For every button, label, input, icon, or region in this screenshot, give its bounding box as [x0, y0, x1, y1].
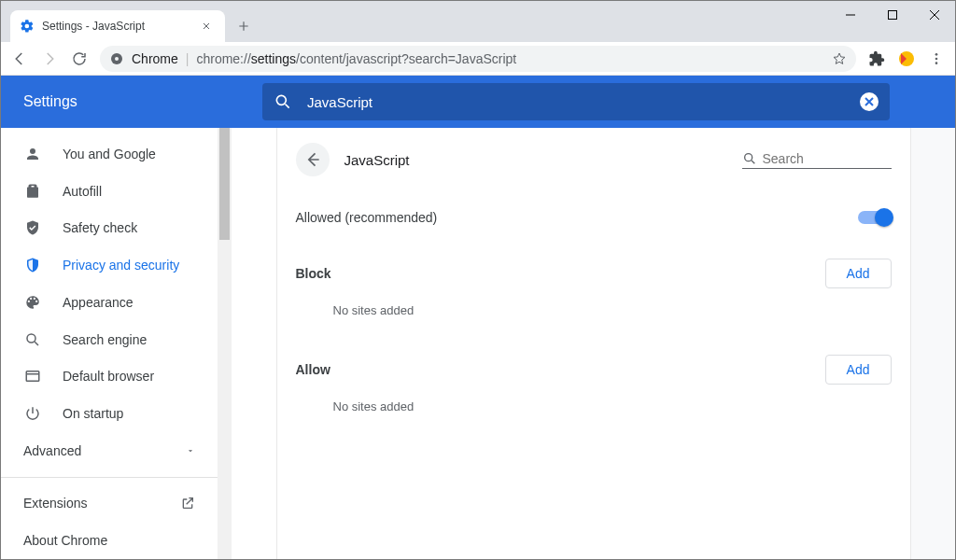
search-icon — [23, 331, 42, 348]
person-icon — [23, 146, 42, 162]
clear-search-icon[interactable] — [860, 92, 879, 111]
settings-gear-icon — [20, 19, 35, 34]
content-search-input[interactable] — [763, 151, 892, 166]
svg-point-2 — [115, 57, 119, 61]
settings-sidebar: You and Google Autofill Safety check Pri… — [1, 128, 218, 559]
sidebar-item-default-browser[interactable]: Default browser — [1, 357, 218, 395]
svg-rect-9 — [26, 371, 39, 382]
page-title: JavaScript — [344, 152, 742, 168]
sidebar-item-privacy-security[interactable]: Privacy and security — [1, 246, 218, 284]
svg-point-4 — [935, 53, 938, 56]
allowed-toggle[interactable] — [858, 211, 892, 224]
omnibox-url: chrome://settings/content/javascript?sea… — [196, 51, 516, 66]
browser-toolbar: Chrome | chrome://settings/content/javas… — [1, 42, 955, 76]
close-window-button[interactable] — [913, 1, 955, 29]
browser-tab[interactable]: Settings - JavaScript — [10, 10, 225, 42]
open-external-icon — [180, 496, 195, 511]
sidebar-extensions[interactable]: Extensions — [1, 485, 218, 523]
browser-window-icon — [23, 368, 42, 385]
reload-button[interactable] — [66, 46, 92, 72]
search-icon — [274, 92, 292, 111]
scrollbar-thumb[interactable] — [219, 128, 230, 240]
block-empty-text: No sites added — [296, 294, 892, 327]
allow-add-button[interactable]: Add — [825, 355, 892, 385]
settings-search[interactable]: JavaScript — [262, 83, 890, 120]
chevron-down-icon — [186, 446, 195, 455]
back-button[interactable] — [296, 143, 330, 176]
sidebar-item-appearance[interactable]: Appearance — [1, 284, 218, 321]
settings-header: Settings JavaScript — [1, 76, 955, 128]
svg-point-10 — [744, 153, 752, 161]
allowed-toggle-row: Allowed (recommended) — [296, 195, 892, 240]
sidebar-item-autofill[interactable]: Autofill — [1, 173, 218, 210]
tab-title: Settings - JavaScript — [42, 20, 197, 33]
menu-button[interactable] — [923, 46, 949, 72]
svg-rect-0 — [888, 11, 896, 20]
omnibox-origin: Chrome — [132, 51, 178, 66]
svg-point-5 — [935, 57, 938, 60]
svg-point-6 — [935, 62, 938, 64]
site-info-icon[interactable] — [109, 51, 124, 66]
close-tab-icon[interactable] — [197, 21, 216, 32]
sidebar-item-safety-check[interactable]: Safety check — [1, 209, 218, 246]
titlebar: Settings - JavaScript — [1, 1, 955, 42]
extensions-icon[interactable] — [864, 46, 890, 72]
extension-badge-icon[interactable] — [893, 46, 920, 72]
window-controls — [829, 1, 955, 29]
search-icon — [742, 151, 757, 166]
palette-icon — [23, 294, 42, 311]
sidebar-about-chrome[interactable]: About Chrome — [1, 522, 218, 559]
settings-search-value: JavaScript — [307, 94, 860, 110]
allowed-label: Allowed (recommended) — [296, 210, 438, 225]
new-tab-button[interactable] — [231, 13, 257, 39]
address-bar[interactable]: Chrome | chrome://settings/content/javas… — [100, 46, 856, 72]
power-icon — [23, 405, 42, 422]
settings-title: Settings — [1, 93, 262, 110]
svg-point-7 — [276, 95, 286, 105]
settings-content: JavaScript Allowed (recommended) Block A… — [276, 128, 911, 559]
allow-empty-text: No sites added — [296, 390, 892, 423]
sidebar-item-search-engine[interactable]: Search engine — [1, 321, 218, 358]
block-heading: Block — [296, 266, 331, 281]
sidebar-item-on-startup[interactable]: On startup — [1, 395, 218, 432]
allow-heading: Allow — [296, 362, 330, 377]
block-add-button[interactable]: Add — [825, 259, 892, 288]
content-search[interactable] — [742, 151, 892, 169]
sidebar-item-you-and-google[interactable]: You and Google — [1, 135, 218, 173]
sidebar-scrollbar[interactable] — [218, 128, 232, 559]
forward-button[interactable] — [36, 46, 63, 72]
clipboard-icon — [23, 183, 42, 200]
bookmark-star-icon[interactable] — [832, 51, 847, 66]
shield-check-icon — [23, 219, 42, 236]
minimize-button[interactable] — [829, 1, 871, 29]
maximize-button[interactable] — [871, 1, 913, 29]
sidebar-advanced[interactable]: Advanced — [1, 432, 218, 469]
shield-icon — [23, 257, 42, 273]
svg-point-8 — [27, 334, 35, 343]
back-button[interactable] — [7, 46, 33, 72]
